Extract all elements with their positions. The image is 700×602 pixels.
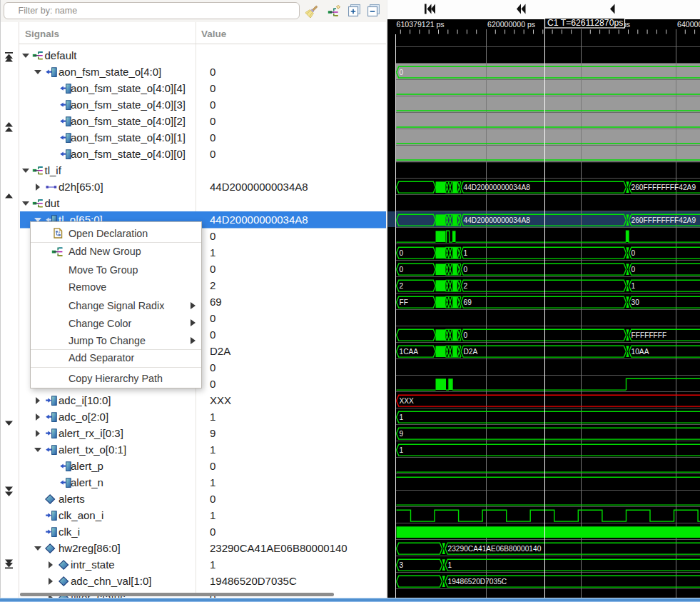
svg-text:610379121 ps: 610379121 ps xyxy=(397,20,445,29)
svg-text:2: 2 xyxy=(464,282,468,290)
svg-text:XXX: XXX xyxy=(400,397,415,405)
svg-text:1: 1 xyxy=(400,413,404,421)
svg-text:1: 1 xyxy=(400,446,404,454)
svg-text:0: 0 xyxy=(464,331,468,339)
svg-text:3: 3 xyxy=(400,561,404,569)
svg-text:2: 2 xyxy=(400,282,404,290)
svg-text:0: 0 xyxy=(631,249,636,257)
svg-text:1: 1 xyxy=(448,561,452,569)
svg-text:FFFFFFFF: FFFFFFFF xyxy=(631,331,667,339)
svg-text:620000000 ps: 620000000 ps xyxy=(487,20,535,29)
svg-text:0: 0 xyxy=(400,266,404,274)
svg-text:0: 0 xyxy=(631,266,636,274)
svg-text:9: 9 xyxy=(400,430,404,438)
svg-text:10AA: 10AA xyxy=(631,348,649,356)
svg-text:30: 30 xyxy=(631,299,640,306)
svg-text:260FFFFFFFF42A9: 260FFFFFFFF42A9 xyxy=(631,216,696,224)
svg-text:69: 69 xyxy=(464,299,472,306)
svg-text:44D20000000034A8: 44D20000000034A8 xyxy=(464,216,531,224)
svg-text:0: 0 xyxy=(400,249,404,257)
svg-text:19486520D7035C: 19486520D7035C xyxy=(448,578,507,586)
svg-text:23290CA41AE06B80000140: 23290CA41AE06B80000140 xyxy=(448,545,542,553)
svg-text:640000000 ps: 640000000 ps xyxy=(677,20,700,29)
svg-text:1: 1 xyxy=(464,249,468,257)
svg-text:FF: FF xyxy=(400,299,408,306)
svg-text:C1 T=626112870ps: C1 T=626112870ps xyxy=(547,18,623,28)
svg-text:44D20000000034A8: 44D20000000034A8 xyxy=(464,184,531,191)
svg-text:1: 1 xyxy=(631,282,636,290)
svg-text:0: 0 xyxy=(464,266,468,274)
svg-text:260FFFFFFFF42A9: 260FFFFFFFF42A9 xyxy=(631,184,696,191)
svg-text:0: 0 xyxy=(400,69,404,76)
svg-text:1CAA: 1CAA xyxy=(400,348,419,356)
svg-text:D2A: D2A xyxy=(464,348,478,356)
